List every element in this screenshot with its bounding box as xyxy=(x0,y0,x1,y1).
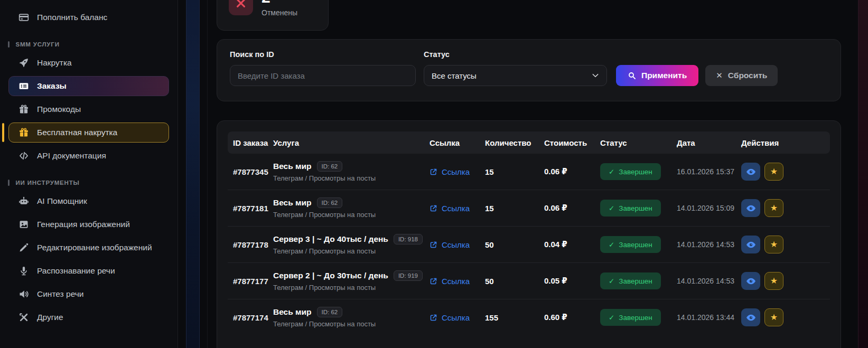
order-link[interactable]: Ссылка xyxy=(430,277,485,286)
sidebar-item-api-docs[interactable]: API документация xyxy=(8,146,169,166)
service-category: Телеграм / Просмотры на посты xyxy=(273,247,430,255)
table-row: #7877178 Сервер 3 | ~ До 40тыс / день ID… xyxy=(228,226,830,262)
column-header: Услуга xyxy=(273,138,430,147)
status-group: Статус Все статусы xyxy=(424,50,607,86)
column-header: Действия xyxy=(741,138,830,147)
status-select[interactable]: Все статусы xyxy=(424,65,607,86)
sidebar-item-image-editing[interactable]: Редактирование изображений xyxy=(8,238,169,258)
external-link-icon xyxy=(430,277,437,285)
section-tick-icon xyxy=(8,180,10,186)
star-icon: ★ xyxy=(770,204,778,212)
order-quantity: 155 xyxy=(485,313,544,322)
status-badge: ✓ Завершен xyxy=(600,236,661,253)
sidebar: Пополнить баланс SMM УСЛУГИ Накрутка Зак… xyxy=(0,0,178,348)
sidebar-item-free-boost[interactable]: Бесплатная накрутка xyxy=(8,123,169,143)
service-category: Телеграм / Просмотры на посты xyxy=(273,284,430,291)
credit-card-icon xyxy=(18,12,30,23)
external-link-icon xyxy=(430,204,437,212)
status-label: Статус xyxy=(424,50,607,59)
stats-card-cancelled: 2 Отменены xyxy=(217,0,329,31)
orders-table-card: ID заказаУслугаСсылкаКоличествоСтоимость… xyxy=(217,120,841,348)
favorite-order-button[interactable]: ★ xyxy=(764,199,783,217)
view-order-button[interactable] xyxy=(741,163,760,181)
search-label: Поиск по ID xyxy=(230,50,416,59)
service-name: Весь мир xyxy=(273,198,312,208)
sidebar-item-promocodes[interactable]: Промокоды xyxy=(8,99,169,119)
view-order-button[interactable] xyxy=(741,199,760,217)
eye-icon xyxy=(746,313,756,323)
column-header: Статус xyxy=(600,138,677,147)
x-cancel-icon xyxy=(229,0,253,15)
order-cost: 0.04 ₽ xyxy=(544,240,600,249)
service-id-badge: ID: 62 xyxy=(317,197,343,208)
cancelled-count: 2 xyxy=(262,0,297,5)
sidebar-item-ai-assistant[interactable]: AI Помощник xyxy=(8,191,169,211)
star-icon: ★ xyxy=(770,240,778,249)
close-icon: ✕ xyxy=(716,71,723,80)
order-cost: 0.60 ₽ xyxy=(544,313,600,322)
order-service: Сервер 2 | ~ До 30тыс / день ID: 919 Тел… xyxy=(273,270,430,291)
status-badge: ✓ Завершен xyxy=(600,200,661,217)
sidebar-item-boost[interactable]: Накрутка xyxy=(8,53,169,73)
table-row: #7877177 Сервер 2 | ~ До 30тыс / день ID… xyxy=(228,262,830,299)
eye-icon xyxy=(746,240,756,250)
check-icon: ✓ xyxy=(609,240,614,249)
sidebar-item-speech-recognition[interactable]: Распознавание речи xyxy=(8,261,169,281)
table-row: #7877174 Весь мир ID: 62 Телеграм / Прос… xyxy=(228,299,830,335)
content-column: 2 Отменены Поиск по ID Статус Все статус… xyxy=(217,0,841,348)
column-header: ID заказа xyxy=(233,138,273,147)
order-date: 14.01.2026 14:53 xyxy=(677,277,741,285)
gift-icon xyxy=(18,127,30,138)
view-order-button[interactable] xyxy=(741,272,760,290)
eye-icon xyxy=(746,167,756,177)
sidebar-item-other[interactable]: Другие xyxy=(8,307,169,327)
favorite-order-button[interactable]: ★ xyxy=(764,236,783,253)
external-link-icon xyxy=(430,168,437,176)
cancelled-label: Отменены xyxy=(262,8,297,17)
order-id: #7877345 xyxy=(233,167,273,176)
external-link-icon xyxy=(430,241,437,249)
view-order-button[interactable] xyxy=(741,236,760,253)
table-row: #7877181 Весь мир ID: 62 Телеграм / Прос… xyxy=(228,190,830,226)
favorite-order-button[interactable]: ★ xyxy=(764,163,783,181)
tools-icon xyxy=(18,312,30,323)
sidebar-gutter xyxy=(179,0,208,348)
sidebar-item-orders[interactable]: Заказы xyxy=(8,76,169,96)
order-link[interactable]: Ссылка xyxy=(430,313,485,322)
service-category: Телеграм / Просмотры на посты xyxy=(273,320,430,328)
order-service: Весь мир ID: 62 Телеграм / Просмотры на … xyxy=(273,307,430,328)
apply-button[interactable]: Применить xyxy=(616,65,698,86)
sidebar-item-topup-balance[interactable]: Пополнить баланс xyxy=(8,7,169,27)
sidebar-item-speech-synthesis[interactable]: Синтез речи xyxy=(8,284,169,304)
chevron-down-icon xyxy=(592,72,599,79)
section-tick-icon xyxy=(8,41,10,48)
main-content: 2 Отменены Поиск по ID Статус Все статус… xyxy=(208,0,868,348)
table-row: #7877345 Весь мир ID: 62 Телеграм / Прос… xyxy=(228,154,830,190)
accent-divider xyxy=(186,0,200,348)
service-category: Телеграм / Просмотры на посты xyxy=(273,174,430,182)
order-link[interactable]: Ссылка xyxy=(430,204,485,213)
service-category: Телеграм / Просмотры на посты xyxy=(273,211,430,219)
column-header: Стоимость xyxy=(544,138,600,147)
search-group: Поиск по ID xyxy=(230,50,416,86)
order-service: Весь мир ID: 62 Телеграм / Просмотры на … xyxy=(273,197,430,219)
reset-button[interactable]: ✕ Сбросить xyxy=(705,65,778,86)
order-quantity: 15 xyxy=(485,167,544,176)
order-quantity: 15 xyxy=(485,204,544,213)
microphone-icon xyxy=(18,266,30,276)
sidebar-section-label: SMM УСЛУГИ xyxy=(8,41,169,48)
order-cost: 0.06 ₽ xyxy=(544,203,600,213)
order-date: 16.01.2026 15:37 xyxy=(677,167,741,176)
order-link[interactable]: Ссылка xyxy=(430,240,485,249)
view-order-button[interactable] xyxy=(741,308,760,326)
order-id: #7877181 xyxy=(233,204,273,213)
app-root: Пополнить баланс SMM УСЛУГИ Накрутка Зак… xyxy=(0,0,868,348)
check-icon: ✓ xyxy=(609,313,614,322)
search-input[interactable] xyxy=(230,65,416,86)
favorite-order-button[interactable]: ★ xyxy=(764,308,783,326)
sidebar-item-image-generation[interactable]: Генерация изображений xyxy=(8,214,169,234)
order-id: #7877178 xyxy=(233,240,273,249)
order-link[interactable]: Ссылка xyxy=(430,167,485,176)
order-quantity: 50 xyxy=(485,240,544,249)
favorite-order-button[interactable]: ★ xyxy=(764,272,783,290)
